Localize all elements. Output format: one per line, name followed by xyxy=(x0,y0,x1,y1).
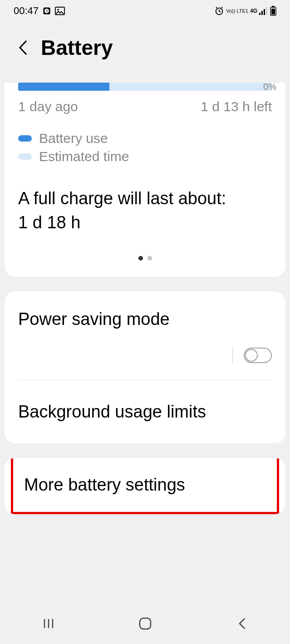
more-settings-card: More battery settings xyxy=(5,458,285,514)
recent-apps-button[interactable] xyxy=(39,615,58,633)
volte-indicator: Vo)) LTE1 xyxy=(226,9,248,14)
clock-icon xyxy=(42,6,51,15)
svg-rect-6 xyxy=(261,11,263,15)
back-button[interactable] xyxy=(17,39,28,56)
battery-info-card: 0% 1 day ago 1 d 13 h left Battery use E… xyxy=(5,83,285,277)
legend-estimated-time: Estimated time xyxy=(18,149,272,164)
battery-time-left: 1 d 13 h left xyxy=(201,99,272,114)
svg-rect-11 xyxy=(271,9,275,15)
svg-rect-8 xyxy=(266,7,267,15)
network-type: 4G xyxy=(250,8,257,14)
legend-battery-use: Battery use xyxy=(18,131,272,146)
power-saving-toggle[interactable] xyxy=(244,348,272,363)
svg-rect-7 xyxy=(264,9,265,15)
full-charge-value: 1 d 18 h xyxy=(18,213,272,232)
alarm-icon xyxy=(214,6,224,16)
status-bar: 00:47 Vo)) LTE1 4G xyxy=(0,0,290,22)
signal-icon xyxy=(259,7,268,15)
legend-swatch-est xyxy=(18,153,32,160)
svg-point-3 xyxy=(58,9,59,10)
dot-1 xyxy=(138,256,143,261)
chevron-left-icon xyxy=(237,617,246,630)
status-time: 00:47 xyxy=(14,5,39,17)
legend-swatch-use xyxy=(18,135,32,142)
battery-percent: 0% xyxy=(263,83,276,92)
home-icon xyxy=(138,617,152,630)
page-indicator[interactable] xyxy=(5,256,285,261)
battery-usage-bar xyxy=(18,83,272,91)
chevron-left-icon xyxy=(17,39,28,56)
navigation-bar xyxy=(0,603,290,644)
full-charge-label: A full charge will last about: xyxy=(18,187,272,210)
home-button[interactable] xyxy=(136,615,154,633)
page-title: Battery xyxy=(41,35,113,60)
nav-back-button[interactable] xyxy=(233,615,251,633)
image-icon xyxy=(55,6,65,15)
dot-2 xyxy=(147,256,152,261)
recent-icon xyxy=(43,618,54,629)
settings-card: Power saving mode Background usage limit… xyxy=(5,291,285,443)
app-header: Battery xyxy=(0,22,290,83)
svg-rect-12 xyxy=(140,618,151,629)
battery-time-since: 1 day ago xyxy=(18,99,78,114)
toggle-divider xyxy=(232,347,233,364)
battery-status-icon xyxy=(270,6,276,16)
more-battery-settings[interactable]: More battery settings xyxy=(13,458,277,512)
svg-rect-5 xyxy=(259,13,261,15)
background-usage-limits[interactable]: Background usage limits xyxy=(5,380,285,443)
power-saving-mode[interactable]: Power saving mode xyxy=(5,291,285,347)
